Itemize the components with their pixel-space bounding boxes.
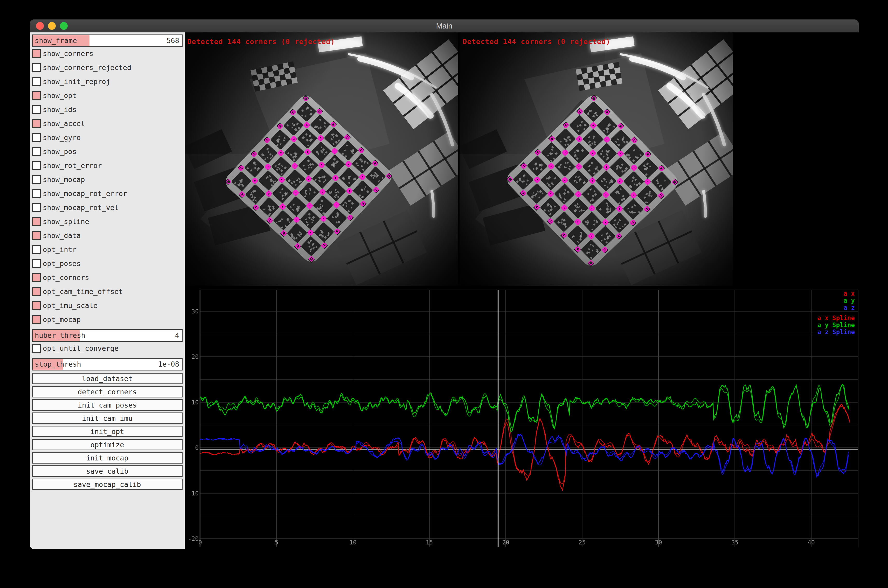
- close-button[interactable]: [36, 22, 44, 30]
- slider-huber_thresh[interactable]: huber_thresh4: [32, 329, 183, 342]
- checkbox-label: show_accel: [43, 119, 85, 128]
- checkbox-box[interactable]: [32, 259, 41, 268]
- checkbox-show_mocap[interactable]: show_mocap: [32, 175, 183, 184]
- checkbox-label: opt_intr: [43, 245, 77, 254]
- minimize-button[interactable]: [48, 22, 56, 30]
- checkbox-label: show_mocap: [43, 175, 85, 184]
- checkbox-box[interactable]: [32, 77, 41, 86]
- checkbox-opt_poses[interactable]: opt_poses: [32, 259, 183, 268]
- checkbox-label: opt_until_converge: [43, 344, 119, 353]
- checkbox-show_corners_rejected[interactable]: show_corners_rejected: [32, 63, 183, 72]
- checkbox-show_rot_error[interactable]: show_rot_error: [32, 161, 183, 170]
- checkbox-label: opt_cam_time_offset: [43, 287, 123, 296]
- sidebar: show_frame568show_cornersshow_corners_re…: [30, 32, 185, 549]
- checkbox-label: show_init_reproj: [43, 77, 110, 86]
- checkbox-box[interactable]: [32, 105, 41, 114]
- accel-plot[interactable]: [185, 286, 859, 549]
- checkbox-label: opt_mocap: [43, 315, 81, 324]
- camera-view-left: [185, 32, 458, 286]
- checkbox-label: show_rot_error: [43, 161, 102, 170]
- checkbox-show_opt[interactable]: show_opt: [32, 91, 183, 100]
- checkbox-label: show_spline: [43, 217, 89, 226]
- slider-value: 568: [167, 35, 179, 46]
- checkbox-label: show_opt: [43, 91, 77, 100]
- window-title: Main: [436, 22, 452, 30]
- checkbox-label: opt_poses: [43, 259, 81, 268]
- detection-status-left: Detected 144 corners (0 rejected): [187, 38, 335, 46]
- checkbox-show_ids[interactable]: show_ids: [32, 105, 183, 114]
- checkbox-box[interactable]: [32, 231, 41, 240]
- checkbox-show_corners[interactable]: show_corners: [32, 49, 183, 58]
- checkbox-label: show_mocap_rot_vel: [43, 203, 119, 212]
- checkbox-show_data[interactable]: show_data: [32, 231, 183, 240]
- checkbox-label: opt_corners: [43, 273, 89, 282]
- checkbox-show_accel[interactable]: show_accel: [32, 119, 183, 128]
- checkbox-box[interactable]: [32, 245, 41, 254]
- main-window: Main show_frame568show_cornersshow_corne…: [30, 20, 859, 549]
- slider-stop_thresh[interactable]: stop_thresh1e-08: [32, 358, 183, 370]
- checkbox-box[interactable]: [32, 273, 41, 282]
- zoom-button[interactable]: [60, 22, 68, 30]
- init_mocap-button[interactable]: init_mocap: [32, 452, 183, 464]
- checkbox-show_mocap_rot_error[interactable]: show_mocap_rot_error: [32, 189, 183, 198]
- checkbox-box[interactable]: [32, 147, 41, 156]
- checkbox-box[interactable]: [32, 49, 41, 58]
- slider-value: 4: [175, 330, 179, 341]
- checkbox-label: show_gyro: [43, 133, 81, 142]
- camera-view-right: [460, 32, 733, 286]
- checkbox-opt_imu_scale[interactable]: opt_imu_scale: [32, 301, 183, 310]
- init_cam_imu-button[interactable]: init_cam_imu: [32, 412, 183, 424]
- checkbox-box[interactable]: [32, 287, 41, 296]
- checkbox-box[interactable]: [32, 344, 41, 353]
- slider-show_frame[interactable]: show_frame568: [32, 34, 183, 47]
- checkbox-show_spline[interactable]: show_spline: [32, 217, 183, 226]
- checkbox-box[interactable]: [32, 119, 41, 128]
- init_cam_poses-button[interactable]: init_cam_poses: [32, 399, 183, 411]
- slider-label: show_frame: [35, 35, 77, 46]
- checkbox-label: opt_imu_scale: [43, 301, 98, 310]
- checkbox-show_mocap_rot_vel[interactable]: show_mocap_rot_vel: [32, 203, 183, 212]
- checkbox-box[interactable]: [32, 91, 41, 100]
- checkbox-opt_corners[interactable]: opt_corners: [32, 273, 183, 282]
- window-content: show_frame568show_cornersshow_corners_re…: [30, 32, 859, 549]
- checkbox-box[interactable]: [32, 301, 41, 310]
- checkbox-opt_until_converge[interactable]: opt_until_converge: [32, 344, 183, 353]
- checkbox-label: show_mocap_rot_error: [43, 189, 127, 198]
- slider-label: huber_thresh: [35, 330, 85, 341]
- checkbox-box[interactable]: [32, 189, 41, 198]
- checkbox-box[interactable]: [32, 217, 41, 226]
- load_dataset-button[interactable]: load_dataset: [32, 373, 183, 384]
- checkbox-label: show_data: [43, 231, 81, 240]
- checkbox-label: show_corners: [43, 49, 93, 58]
- checkbox-label: show_ids: [43, 105, 77, 114]
- checkbox-box[interactable]: [32, 203, 41, 212]
- checkbox-box[interactable]: [32, 315, 41, 324]
- checkbox-opt_cam_time_offset[interactable]: opt_cam_time_offset: [32, 287, 183, 296]
- detection-status-right: Detected 144 corners (0 rejected): [463, 38, 610, 46]
- checkbox-label: show_pos: [43, 147, 77, 156]
- slider-value: 1e-08: [158, 359, 179, 370]
- checkbox-opt_mocap[interactable]: opt_mocap: [32, 315, 183, 324]
- save_calib-button[interactable]: save_calib: [32, 465, 183, 477]
- checkbox-box[interactable]: [32, 161, 41, 170]
- init_opt-button[interactable]: init_opt: [32, 426, 183, 437]
- save_mocap_calib-button[interactable]: save_mocap_calib: [32, 478, 183, 490]
- checkbox-box[interactable]: [32, 133, 41, 142]
- slider-label: stop_thresh: [35, 359, 81, 370]
- checkbox-box[interactable]: [32, 175, 41, 184]
- checkbox-label: show_corners_rejected: [43, 63, 131, 72]
- checkbox-box[interactable]: [32, 63, 41, 72]
- detect_corners-button[interactable]: detect_corners: [32, 386, 183, 398]
- traffic-lights: [36, 20, 68, 32]
- optimize-button[interactable]: optimize: [32, 439, 183, 450]
- checkbox-show_pos[interactable]: show_pos: [32, 147, 183, 156]
- titlebar[interactable]: Main: [30, 20, 859, 33]
- checkbox-show_gyro[interactable]: show_gyro: [32, 133, 183, 142]
- checkbox-show_init_reproj[interactable]: show_init_reproj: [32, 77, 183, 86]
- checkbox-opt_intr[interactable]: opt_intr: [32, 245, 183, 254]
